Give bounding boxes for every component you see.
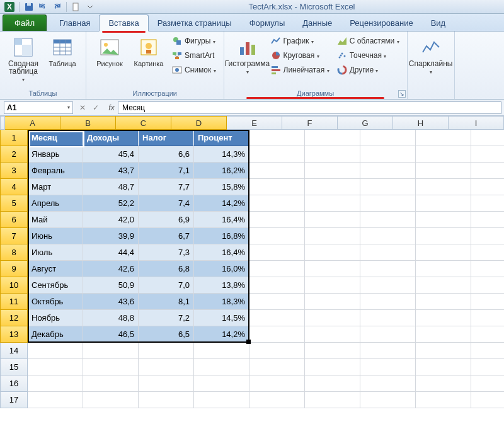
formula-input[interactable]: Месяц xyxy=(118,101,501,114)
undo-icon[interactable] xyxy=(37,1,49,13)
cell-D14[interactable] xyxy=(194,343,249,359)
cell-I4[interactable] xyxy=(471,179,504,195)
cell-I9[interactable] xyxy=(471,261,504,277)
cell-D7[interactable]: 16,8% xyxy=(194,228,249,244)
row-header-8[interactable]: 8 xyxy=(0,244,28,261)
picture-button[interactable]: Рисунок xyxy=(91,34,128,78)
cell-F16[interactable] xyxy=(305,375,360,392)
cell-G4[interactable] xyxy=(360,179,416,195)
line-chart-button[interactable]: График ▾ xyxy=(268,34,332,48)
cell-C4[interactable]: 7,7 xyxy=(139,179,194,195)
cell-A2[interactable]: Январь xyxy=(28,146,83,163)
cell-D4[interactable]: 15,8% xyxy=(194,179,249,195)
cell-H15[interactable] xyxy=(416,359,471,375)
pivot-table-button[interactable]: Сводная таблица ▾ xyxy=(5,34,42,78)
cell-A12[interactable]: Ноябрь xyxy=(28,310,83,326)
cell-D9[interactable]: 16,0% xyxy=(194,261,249,277)
cell-C14[interactable] xyxy=(139,343,194,359)
cell-B14[interactable] xyxy=(83,343,139,359)
row-header-5[interactable]: 5 xyxy=(0,195,28,212)
cell-F3[interactable] xyxy=(305,163,360,179)
cell-D17[interactable] xyxy=(194,392,249,408)
cell-C15[interactable] xyxy=(139,359,194,375)
column-header-H[interactable]: H xyxy=(393,116,449,130)
cell-G9[interactable] xyxy=(360,261,416,277)
qat-customize-icon[interactable] xyxy=(84,1,96,13)
cell-F15[interactable] xyxy=(305,359,360,375)
cell-G5[interactable] xyxy=(360,195,416,212)
cell-B15[interactable] xyxy=(83,359,139,375)
cell-C16[interactable] xyxy=(139,375,194,392)
cancel-formula-icon[interactable]: ✕ xyxy=(77,102,88,113)
cell-B17[interactable] xyxy=(83,392,139,408)
cell-F2[interactable] xyxy=(305,146,360,163)
enter-formula-icon[interactable]: ✓ xyxy=(90,102,101,113)
cell-H5[interactable] xyxy=(416,195,471,212)
charts-dialog-launcher[interactable]: ↘ xyxy=(398,90,406,98)
cell-B6[interactable]: 42,0 xyxy=(83,212,139,228)
cell-G6[interactable] xyxy=(360,212,416,228)
cell-G2[interactable] xyxy=(360,146,416,163)
cell-D8[interactable]: 16,4% xyxy=(194,244,249,261)
cell-E6[interactable] xyxy=(249,212,305,228)
cell-I1[interactable] xyxy=(471,130,504,146)
cell-F12[interactable] xyxy=(305,310,360,326)
cell-G1[interactable] xyxy=(360,130,416,146)
row-header-1[interactable]: 1 xyxy=(0,130,28,146)
cell-H10[interactable] xyxy=(416,277,471,294)
column-header-B[interactable]: B xyxy=(60,116,116,130)
column-header-A[interactable]: A xyxy=(5,116,60,130)
cell-E7[interactable] xyxy=(249,228,305,244)
cell-A10[interactable]: Сентябрь xyxy=(28,277,83,294)
cell-A17[interactable] xyxy=(28,392,83,408)
cell-E11[interactable] xyxy=(249,294,305,310)
row-header-10[interactable]: 10 xyxy=(0,277,28,294)
cell-F1[interactable] xyxy=(305,130,360,146)
row-header-16[interactable]: 16 xyxy=(0,375,28,392)
cell-I6[interactable] xyxy=(471,212,504,228)
cell-A6[interactable]: Май xyxy=(28,212,83,228)
cell-F8[interactable] xyxy=(305,244,360,261)
cell-B13[interactable]: 46,5 xyxy=(83,326,139,343)
cell-H6[interactable] xyxy=(416,212,471,228)
cell-H8[interactable] xyxy=(416,244,471,261)
column-header-I[interactable]: I xyxy=(449,116,504,130)
row-header-6[interactable]: 6 xyxy=(0,212,28,228)
cell-G3[interactable] xyxy=(360,163,416,179)
cell-F10[interactable] xyxy=(305,277,360,294)
cell-F5[interactable] xyxy=(305,195,360,212)
cell-H17[interactable] xyxy=(416,392,471,408)
cell-E5[interactable] xyxy=(249,195,305,212)
area-chart-button[interactable]: С областями ▾ xyxy=(335,34,402,48)
cell-I13[interactable] xyxy=(471,326,504,343)
cell-G14[interactable] xyxy=(360,343,416,359)
name-box-dropdown-icon[interactable]: ▾ xyxy=(67,105,70,110)
tab-formulas[interactable]: Формулы xyxy=(241,15,294,31)
cell-H2[interactable] xyxy=(416,146,471,163)
cell-F17[interactable] xyxy=(305,392,360,408)
cell-D13[interactable]: 14,2% xyxy=(194,326,249,343)
cell-D5[interactable]: 14,2% xyxy=(194,195,249,212)
cell-B4[interactable]: 48,7 xyxy=(83,179,139,195)
other-charts-button[interactable]: Другие ▾ xyxy=(335,63,402,77)
cell-C5[interactable]: 7,4 xyxy=(139,195,194,212)
cell-F14[interactable] xyxy=(305,343,360,359)
cell-B2[interactable]: 45,4 xyxy=(83,146,139,163)
cell-A5[interactable]: Апрель xyxy=(28,195,83,212)
shapes-button[interactable]: Фигуры ▾ xyxy=(169,34,219,48)
column-header-E[interactable]: E xyxy=(227,116,282,130)
cell-G15[interactable] xyxy=(360,359,416,375)
cell-B5[interactable]: 52,2 xyxy=(83,195,139,212)
cell-E16[interactable] xyxy=(249,375,305,392)
cell-H12[interactable] xyxy=(416,310,471,326)
cell-F7[interactable] xyxy=(305,228,360,244)
cell-B8[interactable]: 44,4 xyxy=(83,244,139,261)
scatter-chart-button[interactable]: Точечная ▾ xyxy=(335,49,402,62)
cell-H9[interactable] xyxy=(416,261,471,277)
cell-B10[interactable]: 50,9 xyxy=(83,277,139,294)
cell-H14[interactable] xyxy=(416,343,471,359)
cell-C1[interactable]: Налог xyxy=(139,130,194,146)
bar-chart-button[interactable]: Линейчатая ▾ xyxy=(268,63,332,77)
cell-B1[interactable]: Доходы xyxy=(83,130,139,146)
cell-C13[interactable]: 6,5 xyxy=(139,326,194,343)
